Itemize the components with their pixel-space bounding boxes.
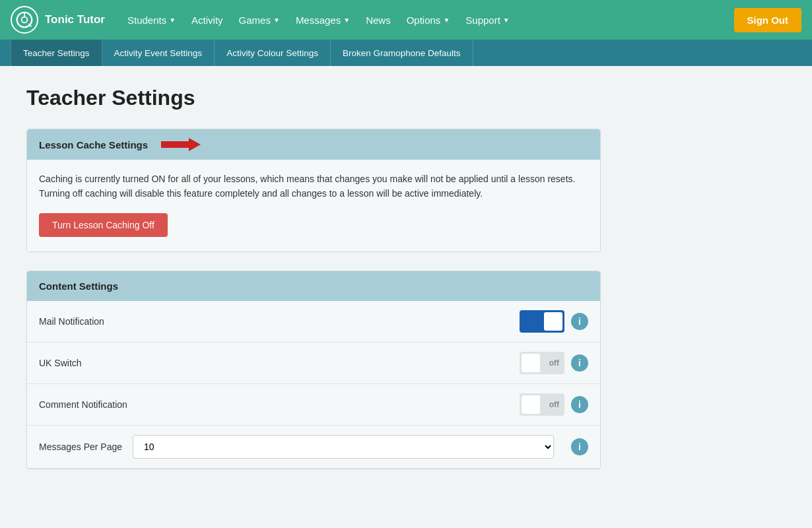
mail-notification-info-icon[interactable]: i	[571, 313, 588, 330]
chevron-down-icon: ▼	[343, 16, 350, 24]
nav-item-activity[interactable]: Activity	[185, 9, 230, 31]
content-settings-section: Content Settings Mail Notification i UK …	[26, 271, 601, 469]
red-arrow-icon	[161, 139, 201, 150]
nav-item-support[interactable]: Support ▼	[459, 9, 516, 31]
logo-area: Tonic Tutor	[11, 6, 105, 34]
subnav-item-broken-gramophone[interactable]: Broken Gramophone Defaults	[331, 40, 473, 66]
brand-name: Tonic Tutor	[45, 13, 105, 26]
messages-per-page-row: Messages Per Page 5 10 20 50 100 i	[27, 426, 600, 469]
sub-nav: Teacher Settings Activity Event Settings…	[0, 40, 812, 66]
chevron-down-icon: ▼	[503, 16, 510, 24]
toggle-thumb	[522, 354, 540, 372]
comment-notification-info-icon[interactable]: i	[571, 396, 588, 413]
subnav-item-teacher-settings[interactable]: Teacher Settings	[11, 40, 102, 66]
toggle-off-text: off	[549, 358, 559, 368]
lesson-cache-section: Lesson Cache Settings Caching is current…	[26, 129, 601, 252]
mail-notification-toggle[interactable]	[520, 310, 564, 333]
subnav-item-activity-colour-settings[interactable]: Activity Colour Settings	[215, 40, 331, 66]
lesson-cache-body: Caching is currently turned ON for all o…	[27, 160, 600, 251]
messages-per-page-info-icon[interactable]: i	[571, 438, 588, 455]
top-nav: Tonic Tutor Students ▼ Activity Games ▼ …	[0, 0, 812, 40]
turn-lesson-caching-off-button[interactable]: Turn Lesson Caching Off	[39, 213, 168, 237]
comment-notification-row: Comment Notification off i	[27, 384, 600, 426]
nav-items: Students ▼ Activity Games ▼ Messages ▼ N…	[121, 9, 734, 31]
lesson-cache-header: Lesson Cache Settings	[27, 129, 600, 160]
content-settings-header: Content Settings	[27, 271, 600, 301]
nav-item-news[interactable]: News	[359, 9, 397, 31]
svg-point-1	[22, 17, 28, 23]
nav-item-messages[interactable]: Messages ▼	[289, 9, 356, 31]
comment-notification-label: Comment Notification	[39, 399, 520, 410]
logo-icon	[11, 6, 38, 34]
comment-notification-toggle[interactable]: off	[520, 393, 564, 416]
lesson-cache-description: Caching is currently turned ON for all o…	[39, 172, 588, 201]
messages-per-page-select[interactable]: 5 10 20 50 100	[133, 435, 554, 459]
nav-item-options[interactable]: Options ▼	[400, 9, 457, 31]
uk-switch-row: UK Switch off i	[27, 343, 600, 384]
messages-per-page-label: Messages Per Page	[39, 442, 122, 452]
toggle-off-text: off	[549, 400, 559, 409]
uk-switch-info-icon[interactable]: i	[571, 354, 588, 372]
messages-per-page-select-wrapper: 5 10 20 50 100	[133, 435, 554, 459]
chevron-down-icon: ▼	[273, 16, 280, 24]
chevron-down-icon: ▼	[443, 16, 450, 24]
mail-notification-label: Mail Notification	[39, 316, 520, 327]
page-title: Teacher Settings	[26, 86, 786, 110]
toggle-thumb	[544, 312, 562, 331]
nav-item-students[interactable]: Students ▼	[121, 9, 182, 31]
signout-button[interactable]: Sign Out	[734, 8, 802, 32]
uk-switch-label: UK Switch	[39, 358, 520, 368]
nav-item-games[interactable]: Games ▼	[232, 9, 287, 31]
main-content: Teacher Settings Lesson Cache Settings C…	[0, 66, 812, 508]
mail-notification-control: i	[520, 310, 588, 333]
comment-notification-control: off i	[520, 393, 588, 416]
toggle-thumb	[522, 395, 540, 414]
subnav-item-activity-event-settings[interactable]: Activity Event Settings	[102, 40, 215, 66]
uk-switch-control: off i	[520, 352, 588, 374]
uk-switch-toggle[interactable]: off	[520, 352, 564, 374]
mail-notification-row: Mail Notification i	[27, 301, 600, 343]
chevron-down-icon: ▼	[169, 16, 176, 24]
